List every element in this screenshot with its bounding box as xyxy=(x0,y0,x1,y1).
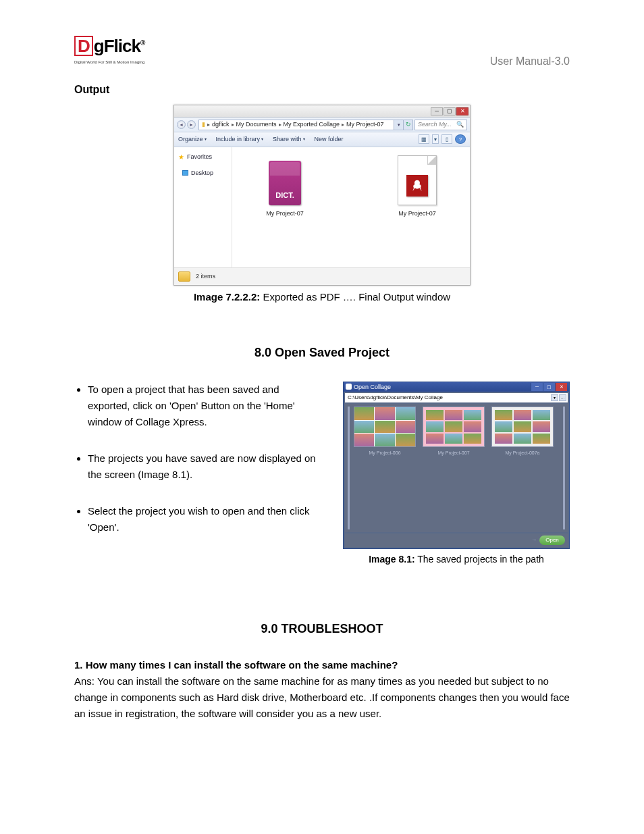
logo-letter: D xyxy=(74,36,93,56)
header-doc-title: User Manual-3.0 xyxy=(490,54,570,69)
caption-image-7222: Image 7.2.2.2: Exported as PDF …. Final … xyxy=(74,290,570,304)
oc-close-button[interactable]: ✕ xyxy=(555,383,567,391)
logo-text: gFlick xyxy=(94,36,140,56)
arrow-right-icon: → xyxy=(531,536,537,544)
oc-maximize-button[interactable]: ▢ xyxy=(543,383,555,391)
page-header: DgFlick® Digital World For Still & Motio… xyxy=(74,34,570,69)
minimize-button[interactable]: ─ xyxy=(431,107,443,115)
bullet-list: To open a project that has been saved an… xyxy=(74,382,323,567)
caption-rest: Exported as PDF …. Final Output window xyxy=(260,291,450,303)
preview-pane-button[interactable]: ▯ xyxy=(441,134,452,144)
view-mode-button[interactable]: ▦ xyxy=(419,134,429,144)
file-label-1: My Project-07 xyxy=(398,209,436,218)
explorer-titlebar: ─ ▢ ✕ xyxy=(174,105,470,118)
heading-open-saved-project: 8.0 Open Saved Project xyxy=(74,344,570,361)
bullet-1: The projects you have saved are now disp… xyxy=(88,450,323,483)
oc-scrollbar-right[interactable] xyxy=(563,407,565,529)
caption2-rest: The saved projects in the path xyxy=(415,554,544,565)
oc-path-input[interactable]: C:\Users\dgflick\Documents\My Collage ▾ … xyxy=(345,393,568,402)
desktop-icon xyxy=(182,170,188,176)
oc-body: My Project-006 My Project-007 xyxy=(345,404,568,532)
faq-answer: Ans: You can install the software on the… xyxy=(74,673,570,722)
caption-bold: Image 7.2.2.2: xyxy=(194,291,260,303)
organize-menu[interactable]: Organize ▾ xyxy=(178,135,207,144)
new-folder-button[interactable]: New folder xyxy=(315,135,344,144)
explorer-sidebar: ★Favorites Desktop xyxy=(174,147,232,267)
faq-question: 1. How many times I can install the soft… xyxy=(74,658,570,672)
open-button[interactable]: Open xyxy=(539,536,565,545)
share-with-menu[interactable]: Share with ▾ xyxy=(273,135,305,144)
bullet-2: Select the project you wish to open and … xyxy=(88,503,323,536)
explorer-window: ─ ▢ ✕ ◄ ► ▮ ▸ dgflick▸ My Documents▸ My … xyxy=(173,105,471,286)
oc-title: Open Collage xyxy=(354,383,391,392)
maximize-button[interactable]: ▢ xyxy=(444,107,456,115)
file-label-0: My Project-07 xyxy=(266,209,304,218)
oc-path-dropdown[interactable]: ▾ xyxy=(551,394,558,401)
two-column-layout: To open a project that has been saved an… xyxy=(74,382,570,567)
collage-thumb-icon xyxy=(423,407,485,447)
oc-minimize-button[interactable]: ─ xyxy=(531,383,543,391)
nav-forward-button[interactable]: ► xyxy=(187,120,196,129)
open-collage-window: Open Collage ─ ▢ ✕ C:\Users\dgflick\Docu… xyxy=(343,382,570,549)
heading-troubleshoot: 9.0 TROUBLESHOOT xyxy=(74,621,570,637)
caption2-bold: Image 8.1: xyxy=(369,554,414,565)
status-count: 2 items xyxy=(196,272,215,281)
crumb-2[interactable]: My Exported Collage xyxy=(284,120,340,129)
oc-thumb-label-1: My Project-007 xyxy=(437,450,469,457)
close-button[interactable]: ✕ xyxy=(456,107,468,115)
file-item-dict[interactable]: DICT. My Project-07 xyxy=(239,153,331,262)
explorer-body: ★Favorites Desktop DICT. My Project-07 xyxy=(174,147,470,267)
explorer-files: DICT. My Project-07 My Project-07 xyxy=(232,147,470,267)
dict-folder-icon: DICT. xyxy=(265,153,304,205)
refresh-button[interactable]: ↻ xyxy=(404,120,413,130)
oc-browse-button[interactable]: … xyxy=(559,394,566,401)
right-panel: Open Collage ─ ▢ ✕ C:\Users\dgflick\Docu… xyxy=(343,382,570,567)
adobe-pdf-icon xyxy=(406,175,428,197)
sidebar-desktop[interactable]: Desktop xyxy=(181,167,229,179)
oc-titlebar: Open Collage ─ ▢ ✕ xyxy=(344,382,569,392)
oc-thumb-label-2: My Project-007a xyxy=(506,450,540,457)
view-dropdown[interactable]: ▾ xyxy=(432,134,439,144)
nav-back-button[interactable]: ◄ xyxy=(177,120,186,129)
oc-bottom-bar: → Open xyxy=(345,533,568,547)
bullet-0: To open a project that has been saved an… xyxy=(88,382,323,430)
oc-path-text: C:\Users\dgflick\Documents\My Collage xyxy=(348,394,443,401)
oc-scrollbar-left[interactable] xyxy=(348,407,350,529)
oc-app-icon xyxy=(346,384,352,390)
search-placeholder: Search My... xyxy=(418,120,452,129)
help-button[interactable]: ? xyxy=(455,134,466,144)
collage-thumb-icon xyxy=(491,407,554,447)
explorer-addressbar: ◄ ► ▮ ▸ dgflick▸ My Documents▸ My Export… xyxy=(174,118,470,132)
collage-thumb-icon xyxy=(354,407,416,447)
crumb-1[interactable]: My Documents xyxy=(236,120,277,129)
sidebar-favorites[interactable]: ★Favorites xyxy=(177,151,229,163)
logo: DgFlick® Digital World For Still & Motio… xyxy=(74,34,144,66)
crumb-0[interactable]: dgflick xyxy=(212,120,230,129)
logo-main: DgFlick® xyxy=(74,34,144,58)
crumb-3[interactable]: My Project-07 xyxy=(346,120,384,129)
file-item-pdf[interactable]: My Project-07 xyxy=(371,153,463,262)
search-icon: 🔍 xyxy=(456,120,464,129)
include-library-menu[interactable]: Include in library ▾ xyxy=(216,135,264,144)
pdf-file-icon xyxy=(398,153,437,205)
address-dropdown[interactable]: ▾ xyxy=(394,120,404,130)
oc-thumb-0[interactable]: My Project-006 xyxy=(354,407,416,457)
oc-thumb-1[interactable]: My Project-007 xyxy=(423,407,485,457)
explorer-toolbar: Organize ▾ Include in library ▾ Share wi… xyxy=(174,132,470,147)
explorer-statusbar: 2 items xyxy=(174,267,470,285)
star-icon: ★ xyxy=(178,153,184,162)
nav-arrows: ◄ ► xyxy=(177,120,196,130)
section-output-title: Output xyxy=(74,82,570,97)
oc-thumbnail-grid: My Project-006 My Project-007 xyxy=(354,407,554,529)
oc-thumb-label-0: My Project-006 xyxy=(369,450,400,457)
search-input[interactable]: Search My... 🔍 xyxy=(414,120,467,130)
folder-icon xyxy=(178,271,190,282)
breadcrumb[interactable]: ▮ ▸ dgflick▸ My Documents▸ My Exported C… xyxy=(198,120,394,130)
caption-image-81: Image 8.1: The saved projects in the pat… xyxy=(343,553,570,567)
logo-subtitle: Digital World For Still & Motion Imaging xyxy=(74,59,144,65)
oc-thumb-2[interactable]: My Project-007a xyxy=(491,407,554,457)
